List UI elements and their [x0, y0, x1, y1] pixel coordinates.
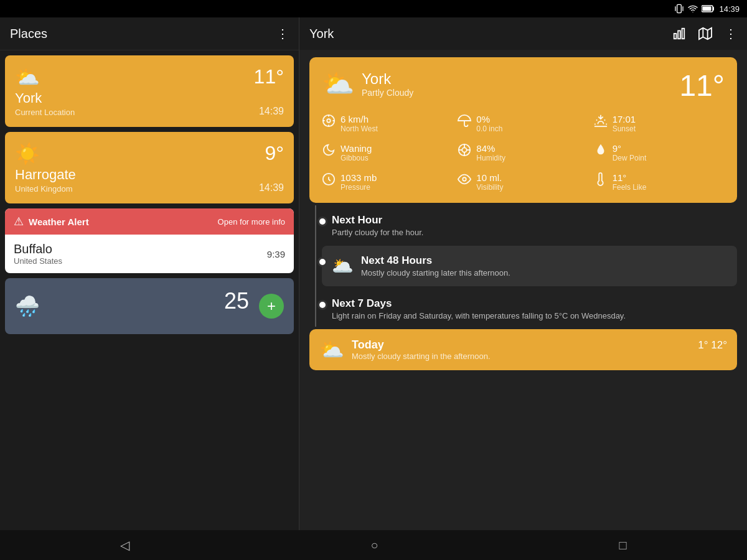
next-7days-desc: Light rain on Friday and Saturday, with …	[332, 311, 737, 320]
pressure-label: Pressure	[341, 183, 377, 192]
add-card-temp: 25	[224, 288, 249, 314]
places-title: Places	[10, 27, 47, 41]
humidity-label: Humidity	[476, 154, 505, 162]
moon-icon	[322, 143, 336, 157]
status-time: 14:39	[719, 4, 740, 14]
york-time: 14:39	[259, 106, 284, 117]
next-7days-title: Next 7 Days	[332, 297, 737, 310]
next-48-desc: Mostly cloudy starting later this aftern…	[361, 268, 510, 278]
alert-bar[interactable]: ⚠ Weather Alert Open for more info	[5, 208, 294, 235]
svg-point-24	[463, 177, 467, 181]
svg-rect-3	[674, 34, 677, 39]
vibrate-icon	[674, 4, 684, 14]
next-hour-desc: Partly cloudy for the hour.	[332, 228, 737, 237]
pressure-value: 1033 mb	[341, 172, 377, 183]
next-48-wrapper: 🌥️ Next 48 Hours Mostly cloudy starting …	[322, 243, 737, 289]
svg-point-10	[327, 119, 331, 123]
sunset-detail: 17:01 Sunset	[594, 114, 725, 133]
next-hour-title: Next Hour	[332, 214, 737, 226]
york-main-icon: ⛅	[322, 68, 354, 99]
alert-text: Weather Alert	[29, 217, 89, 227]
right-panel-menu-icon[interactable]: ⋮	[725, 26, 737, 41]
status-bar: 14:39	[0, 0, 747, 17]
york-weather-icon: ⛅	[15, 65, 40, 89]
add-location-card[interactable]: 🌧️ 25 +	[5, 278, 294, 334]
buffalo-alert-card[interactable]: ⚠ Weather Alert Open for more info Buffa…	[5, 208, 294, 273]
right-panel: York ⋮ ⛅ York	[299, 17, 747, 530]
recent-button[interactable]: □	[600, 533, 645, 558]
today-title: Today	[352, 338, 384, 352]
timeline-line	[315, 205, 316, 327]
dewpoint-detail: 9° Dew Point	[594, 143, 725, 162]
york-card-left: ⛅ York Partly Cloudy	[322, 68, 413, 99]
york-city: York	[15, 90, 284, 106]
humidity-detail: 84% Humidity	[458, 143, 588, 162]
right-content: ⛅ York Partly Cloudy 11°	[299, 50, 747, 530]
harrogate-weather-icon: ☀️	[15, 142, 40, 166]
today-temps: 1° 12°	[698, 339, 727, 352]
map-icon[interactable]	[698, 27, 712, 40]
today-icon: ⛅	[319, 338, 344, 362]
svg-rect-2	[703, 7, 712, 11]
buffalo-country: United States	[14, 256, 62, 266]
status-icons: 14:39	[674, 4, 740, 14]
svg-rect-4	[678, 30, 680, 39]
timeline-section: Next Hour Partly cloudy for the hour. 🌥️…	[309, 205, 737, 327]
visibility-icon	[458, 172, 471, 186]
svg-point-18	[463, 147, 467, 152]
right-header: York ⋮	[299, 17, 747, 50]
york-temp: 11°	[254, 65, 284, 88]
next-7days-item[interactable]: Next 7 Days Light rain on Friday and Sat…	[322, 289, 737, 327]
chart-icon[interactable]	[672, 27, 686, 40]
dewpoint-value: 9°	[613, 143, 647, 154]
wind-detail: 6 km/h North West	[322, 114, 453, 133]
york-condition: Partly Cloudy	[362, 88, 413, 98]
nav-bar: ◁ ○ □	[0, 530, 747, 560]
humidity-icon	[458, 143, 471, 157]
york-card[interactable]: ⛅ 11° York Current Location 14:39	[5, 55, 294, 127]
york-main-city: York	[362, 70, 413, 88]
rain-value: 0%	[476, 114, 502, 124]
timeline-dot-2	[317, 257, 327, 267]
places-menu-icon[interactable]: ⋮	[276, 26, 289, 41]
back-button[interactable]: ◁	[101, 533, 148, 558]
rain-detail: 0% 0.0 inch	[458, 114, 588, 133]
today-desc: Mostly cloudy starting in the afternoon.	[352, 352, 727, 361]
feelslike-detail: 11° Feels Like	[594, 172, 725, 192]
today-card[interactable]: ⛅ Today 1° 12° Mostly cloudy starting in…	[309, 329, 737, 370]
today-text: Today 1° 12° Mostly cloudy starting in t…	[352, 338, 727, 361]
alert-link[interactable]: Open for more info	[218, 217, 285, 226]
moon-label: Gibbous	[341, 154, 372, 162]
harrogate-sub: United Kingdom	[15, 184, 284, 194]
timeline-dot-1	[317, 217, 327, 226]
harrogate-temp: 9°	[265, 142, 284, 165]
wind-value: 6 km/h	[341, 114, 378, 124]
svg-line-15	[604, 119, 604, 120]
pressure-icon	[322, 172, 336, 186]
svg-rect-5	[682, 29, 685, 39]
sunset-label: Sunset	[613, 124, 636, 133]
humidity-value: 84%	[476, 143, 505, 154]
next-hour-item[interactable]: Next Hour Partly cloudy for the hour.	[322, 205, 737, 243]
visibility-detail: 10 ml. Visibility	[458, 172, 588, 192]
visibility-label: Visibility	[476, 183, 503, 192]
sunset-icon	[594, 114, 608, 128]
harrogate-card[interactable]: ☀️ 9° Harrogate United Kingdom 14:39	[5, 132, 294, 203]
left-panel: Places ⋮ ⛅ 11° York Current Location 14:…	[0, 17, 299, 530]
moon-value: Waning	[341, 143, 372, 154]
add-card-weather-icon: 🌧️	[15, 294, 40, 318]
buffalo-time: 9:39	[267, 249, 285, 259]
next-48-card[interactable]: 🌥️ Next 48 Hours Mostly cloudy starting …	[322, 246, 737, 286]
buffalo-city: Buffalo	[14, 242, 62, 256]
svg-rect-0	[677, 4, 682, 12]
york-details-grid: 6 km/h North West 0% 0.0 inch	[322, 114, 725, 192]
pressure-detail: 1033 mb Pressure	[322, 172, 453, 192]
umbrella-icon	[458, 114, 471, 128]
wind-label: North West	[341, 124, 378, 133]
alert-content: Buffalo United States 9:39	[5, 235, 294, 273]
alert-triangle-icon: ⚠	[14, 215, 24, 228]
add-location-button[interactable]: +	[259, 294, 284, 319]
main-layout: Places ⋮ ⛅ 11° York Current Location 14:…	[0, 17, 747, 530]
home-button[interactable]: ○	[352, 533, 397, 558]
battery-icon	[702, 5, 715, 12]
